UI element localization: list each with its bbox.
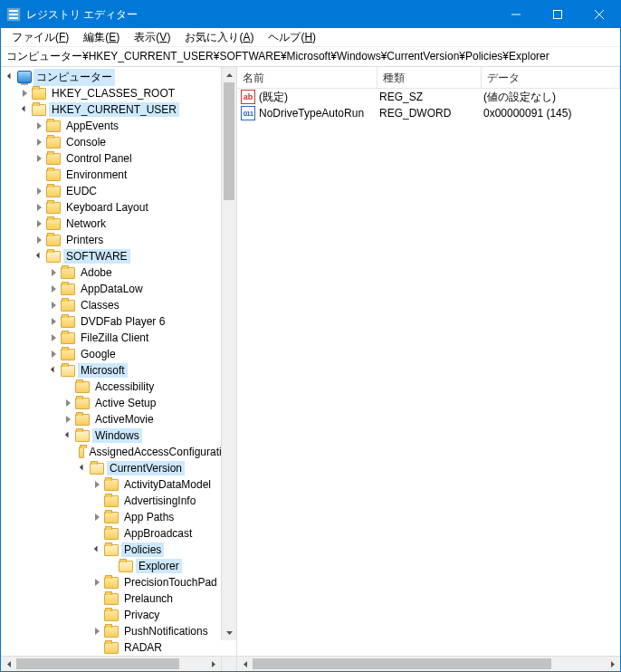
folder-icon <box>46 186 61 197</box>
tree-item-keyboard[interactable]: Keyboard Layout <box>1 199 236 216</box>
expand-icon[interactable] <box>90 481 104 488</box>
expand-icon[interactable] <box>32 187 46 195</box>
column-header-type[interactable]: 種類 <box>377 67 482 88</box>
expand-icon[interactable] <box>17 90 32 97</box>
tree-item-printers[interactable]: Printers <box>1 232 236 248</box>
tree-item-apppaths[interactable]: App Paths <box>1 509 236 525</box>
menu-edit[interactable]: 編集(E) <box>76 28 127 47</box>
tree-item-activitydata[interactable]: ActivityDataModel <box>1 476 236 493</box>
tree-item-prelaunch[interactable]: Prelaunch <box>1 590 236 607</box>
expand-icon[interactable] <box>32 155 46 162</box>
scroll-left-button[interactable] <box>237 657 253 672</box>
tree-item-dvdfab[interactable]: DVDFab Player 6 <box>1 313 236 330</box>
expand-icon[interactable] <box>32 220 46 227</box>
tree-item-radar[interactable]: RADAR <box>1 639 236 656</box>
list-body[interactable]: (既定) REG_SZ (値の設定なし) NoDriveTypeAutoRun … <box>237 89 620 656</box>
tree-item-filezilla[interactable]: FileZilla Client <box>1 330 236 346</box>
tree-horizontal-scrollbar[interactable] <box>1 656 236 671</box>
expand-icon[interactable] <box>46 302 61 309</box>
tree-item-computer[interactable]: コンピューター <box>1 69 236 85</box>
expand-icon[interactable] <box>46 334 61 341</box>
menu-favorites[interactable]: お気に入り(A) <box>177 28 261 47</box>
expand-icon[interactable] <box>17 108 32 112</box>
scroll-up-button[interactable] <box>222 67 236 82</box>
menu-help[interactable]: ヘルプ(H) <box>261 28 323 47</box>
expand-icon[interactable] <box>46 369 61 373</box>
expand-icon[interactable] <box>46 350 61 358</box>
tree-item-privacy[interactable]: Privacy <box>1 607 236 623</box>
menu-file[interactable]: ファイル(F) <box>5 28 76 47</box>
expand-icon[interactable] <box>90 628 104 635</box>
list-header: 名前 種類 データ <box>237 67 620 89</box>
tree-item-windows[interactable]: Windows <box>1 427 236 444</box>
tree-item-environment[interactable]: Environment <box>1 167 236 183</box>
expand-icon[interactable] <box>61 399 75 407</box>
scroll-right-button[interactable] <box>205 657 221 672</box>
tree-item-activemovie[interactable]: ActiveMovie <box>1 411 236 427</box>
tree-item-hkcu[interactable]: HKEY_CURRENT_USER <box>1 101 236 118</box>
scroll-track[interactable] <box>253 657 605 671</box>
scroll-track[interactable] <box>222 82 236 625</box>
svg-marker-5 <box>226 631 233 635</box>
list-row[interactable]: (既定) REG_SZ (値の設定なし) <box>237 89 620 105</box>
menu-view[interactable]: 表示(V) <box>127 28 177 47</box>
tree-item-advertising[interactable]: AdvertisingInfo <box>1 493 236 509</box>
tree-vertical-scrollbar[interactable] <box>221 67 236 640</box>
tree-item-accessibility[interactable]: Accessibility <box>1 379 236 395</box>
expand-icon[interactable] <box>61 416 75 423</box>
tree-item-pushnotifications[interactable]: PushNotifications <box>1 623 236 639</box>
expand-icon[interactable] <box>32 254 46 259</box>
expand-icon[interactable] <box>46 318 61 325</box>
expand-icon[interactable] <box>90 579 104 586</box>
tree-item-assignedaccess[interactable]: AssignedAccessConfiguration <box>1 444 236 460</box>
tree-item-console[interactable]: Console <box>1 134 236 150</box>
expand-icon[interactable] <box>46 285 61 293</box>
list-horizontal-scrollbar[interactable] <box>237 656 620 671</box>
expand-icon[interactable] <box>32 139 46 146</box>
expand-icon[interactable] <box>90 548 104 552</box>
titlebar[interactable]: レジストリ エディター <box>1 1 620 28</box>
expand-icon[interactable] <box>75 466 90 471</box>
expand-icon[interactable] <box>32 236 46 244</box>
scroll-right-button[interactable] <box>605 657 620 672</box>
column-header-data[interactable]: データ <box>482 67 620 88</box>
column-header-name[interactable]: 名前 <box>237 67 377 88</box>
expand-icon[interactable] <box>3 75 17 80</box>
tree-item-appevents[interactable]: AppEvents <box>1 118 236 134</box>
tree-item-software[interactable]: SOFTWARE <box>1 248 236 264</box>
tree-item-hkcr[interactable]: HKEY_CLASSES_ROOT <box>1 85 236 101</box>
tree-item-policies[interactable]: Policies <box>1 542 236 558</box>
tree-item-microsoft[interactable]: Microsoft <box>1 362 236 379</box>
tree-item-currentversion[interactable]: CurrentVersion <box>1 460 236 476</box>
tree-item-adobe[interactable]: Adobe <box>1 264 236 281</box>
expand-icon[interactable] <box>32 122 46 130</box>
tree-item-network[interactable]: Network <box>1 216 236 232</box>
tree-item-appbroadcast[interactable]: AppBroadcast <box>1 525 236 542</box>
minimize-button[interactable] <box>495 1 537 28</box>
scroll-thumb[interactable] <box>253 658 551 669</box>
tree-item-controlpanel[interactable]: Control Panel <box>1 150 236 167</box>
tree-item-precisiontouchpad[interactable]: PrecisionTouchPad <box>1 574 236 590</box>
tree-item-explorer[interactable]: Explorer <box>1 558 236 574</box>
tree-scroll[interactable]: コンピューター HKEY_CLASSES_ROOT HKEY_CURRENT_U… <box>1 67 236 656</box>
scroll-track[interactable] <box>16 657 205 671</box>
scroll-down-button[interactable] <box>222 625 236 640</box>
expand-icon[interactable] <box>90 514 104 521</box>
close-button[interactable] <box>578 1 620 28</box>
scroll-thumb[interactable] <box>16 658 179 669</box>
scroll-thumb[interactable] <box>224 82 234 200</box>
window-controls <box>495 1 620 28</box>
tree-item-eudc[interactable]: EUDC <box>1 183 236 199</box>
tree-item-activesetup[interactable]: Active Setup <box>1 395 236 411</box>
expand-icon[interactable] <box>61 434 75 438</box>
tree-item-appdatalow[interactable]: AppDataLow <box>1 281 236 297</box>
list-row[interactable]: NoDriveTypeAutoRun REG_DWORD 0x00000091 … <box>237 105 620 121</box>
expand-icon[interactable] <box>32 204 46 211</box>
svg-marker-7 <box>212 661 215 667</box>
scroll-left-button[interactable] <box>1 657 16 672</box>
address-bar[interactable]: コンピューター¥HKEY_CURRENT_USER¥SOFTWARE¥Micro… <box>1 47 620 67</box>
tree-item-google[interactable]: Google <box>1 346 236 362</box>
maximize-button[interactable] <box>537 1 578 28</box>
tree-item-classes[interactable]: Classes <box>1 297 236 313</box>
expand-icon[interactable] <box>46 269 61 276</box>
